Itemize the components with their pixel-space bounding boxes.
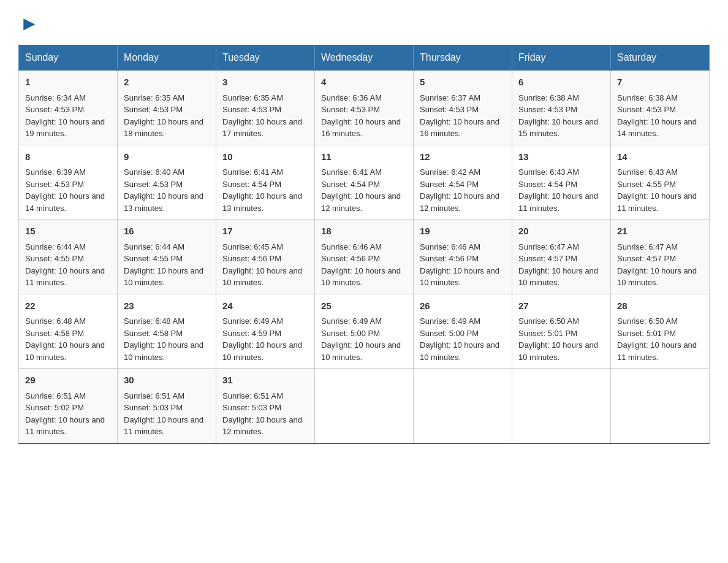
daylight-label: Daylight: 10 hours and 15 minutes. xyxy=(518,117,598,139)
sunset-label: Sunset: 4:53 PM xyxy=(222,105,281,114)
sunrise-label: Sunrise: 6:40 AM xyxy=(124,167,184,177)
daylight-label: Daylight: 10 hours and 12 minutes. xyxy=(420,191,499,213)
daylight-label: Daylight: 10 hours and 11 minutes. xyxy=(518,191,598,213)
sunset-label: Sunset: 5:00 PM xyxy=(321,329,380,338)
calendar-day-cell: 3Sunrise: 6:35 AMSunset: 4:53 PMDaylight… xyxy=(216,70,315,145)
calendar-week-row: 22Sunrise: 6:48 AMSunset: 4:58 PMDayligh… xyxy=(19,294,710,369)
sunrise-label: Sunrise: 6:46 AM xyxy=(321,242,382,251)
sunrise-label: Sunrise: 6:44 AM xyxy=(124,242,184,251)
sunset-label: Sunset: 4:56 PM xyxy=(420,254,479,263)
calendar-week-row: 8Sunrise: 6:39 AMSunset: 4:53 PMDaylight… xyxy=(19,145,710,220)
calendar-day-cell: 24Sunrise: 6:49 AMSunset: 4:59 PMDayligh… xyxy=(216,294,315,369)
logo: ► xyxy=(18,12,39,33)
sunrise-label: Sunrise: 6:38 AM xyxy=(617,93,678,102)
calendar-day-cell: 22Sunrise: 6:48 AMSunset: 4:58 PMDayligh… xyxy=(19,294,118,369)
day-number: 19 xyxy=(420,224,506,239)
sunrise-label: Sunrise: 6:50 AM xyxy=(518,316,579,326)
daylight-label: Daylight: 10 hours and 11 minutes. xyxy=(617,340,697,362)
daylight-label: Daylight: 10 hours and 10 minutes. xyxy=(25,340,105,362)
sunrise-label: Sunrise: 6:35 AM xyxy=(222,93,283,102)
daylight-label: Daylight: 10 hours and 10 minutes. xyxy=(222,266,302,288)
daylight-label: Daylight: 10 hours and 11 minutes. xyxy=(25,415,105,437)
calendar-day-cell: 17Sunrise: 6:45 AMSunset: 4:56 PMDayligh… xyxy=(216,220,315,294)
sunrise-label: Sunrise: 6:39 AM xyxy=(25,167,86,177)
day-number: 12 xyxy=(420,150,506,164)
sunset-label: Sunset: 5:01 PM xyxy=(518,329,577,338)
calendar-week-row: 15Sunrise: 6:44 AMSunset: 4:55 PMDayligh… xyxy=(19,220,710,294)
calendar-day-cell: 5Sunrise: 6:37 AMSunset: 4:53 PMDaylight… xyxy=(414,70,512,145)
sunset-label: Sunset: 4:54 PM xyxy=(222,180,281,189)
sunrise-label: Sunrise: 6:47 AM xyxy=(617,242,678,251)
day-number: 13 xyxy=(518,150,604,164)
sunset-label: Sunset: 4:54 PM xyxy=(420,180,479,189)
calendar-day-cell: 6Sunrise: 6:38 AMSunset: 4:53 PMDaylight… xyxy=(512,70,611,145)
sunrise-label: Sunrise: 6:34 AM xyxy=(25,93,86,102)
day-number: 3 xyxy=(222,75,308,90)
calendar-day-cell: 30Sunrise: 6:51 AMSunset: 5:03 PMDayligh… xyxy=(118,369,216,443)
sunrise-label: Sunrise: 6:47 AM xyxy=(518,242,579,251)
sunrise-label: Sunrise: 6:49 AM xyxy=(420,316,480,326)
calendar-table: SundayMondayTuesdayWednesdayThursdayFrid… xyxy=(18,45,710,444)
calendar-day-cell: 4Sunrise: 6:36 AMSunset: 4:53 PMDaylight… xyxy=(315,70,414,145)
sunset-label: Sunset: 4:53 PM xyxy=(25,105,84,114)
sunset-label: Sunset: 5:01 PM xyxy=(617,329,676,338)
sunset-label: Sunset: 5:00 PM xyxy=(420,329,479,338)
sunset-label: Sunset: 4:53 PM xyxy=(518,105,577,114)
calendar-day-cell: 19Sunrise: 6:46 AMSunset: 4:56 PMDayligh… xyxy=(414,220,512,294)
day-number: 27 xyxy=(518,299,604,313)
sunrise-label: Sunrise: 6:51 AM xyxy=(124,391,184,400)
sunrise-label: Sunrise: 6:48 AM xyxy=(124,316,184,326)
day-number: 6 xyxy=(518,75,604,90)
daylight-label: Daylight: 10 hours and 10 minutes. xyxy=(321,340,401,362)
sunset-label: Sunset: 4:56 PM xyxy=(222,254,281,263)
logo-text: ► xyxy=(18,12,39,35)
daylight-label: Daylight: 10 hours and 10 minutes. xyxy=(518,340,598,362)
day-number: 18 xyxy=(321,224,407,239)
sunset-label: Sunset: 4:59 PM xyxy=(222,329,281,338)
calendar-day-cell: 23Sunrise: 6:48 AMSunset: 4:58 PMDayligh… xyxy=(118,294,216,369)
calendar-day-cell: 28Sunrise: 6:50 AMSunset: 5:01 PMDayligh… xyxy=(611,294,710,369)
calendar-day-cell xyxy=(414,369,512,443)
daylight-label: Daylight: 10 hours and 14 minutes. xyxy=(617,117,697,139)
calendar-day-cell: 25Sunrise: 6:49 AMSunset: 5:00 PMDayligh… xyxy=(315,294,414,369)
daylight-label: Daylight: 10 hours and 10 minutes. xyxy=(617,266,697,288)
weekday-header-thursday: Thursday xyxy=(414,45,512,70)
weekday-header-wednesday: Wednesday xyxy=(315,45,414,70)
sunrise-label: Sunrise: 6:48 AM xyxy=(25,316,86,326)
sunrise-label: Sunrise: 6:49 AM xyxy=(222,316,283,326)
day-number: 21 xyxy=(617,224,703,239)
calendar-header-row: SundayMondayTuesdayWednesdayThursdayFrid… xyxy=(19,45,710,70)
day-number: 5 xyxy=(420,75,506,90)
sunset-label: Sunset: 5:03 PM xyxy=(222,403,281,412)
sunset-label: Sunset: 4:55 PM xyxy=(25,254,84,263)
sunset-label: Sunset: 4:53 PM xyxy=(321,105,380,114)
daylight-label: Daylight: 10 hours and 14 minutes. xyxy=(25,191,105,213)
sunrise-label: Sunrise: 6:43 AM xyxy=(617,167,678,177)
sunset-label: Sunset: 4:53 PM xyxy=(25,180,84,189)
day-number: 28 xyxy=(617,299,703,313)
day-number: 25 xyxy=(321,299,407,313)
logo-arrow-icon: ► xyxy=(20,12,39,35)
calendar-week-row: 29Sunrise: 6:51 AMSunset: 5:02 PMDayligh… xyxy=(19,369,710,443)
sunset-label: Sunset: 4:54 PM xyxy=(518,180,577,189)
day-number: 11 xyxy=(321,150,407,164)
day-number: 7 xyxy=(617,75,703,90)
weekday-header-sunday: Sunday xyxy=(19,45,118,70)
sunrise-label: Sunrise: 6:38 AM xyxy=(518,93,579,102)
calendar-day-cell: 7Sunrise: 6:38 AMSunset: 4:53 PMDaylight… xyxy=(611,70,710,145)
day-number: 22 xyxy=(25,299,111,313)
sunrise-label: Sunrise: 6:42 AM xyxy=(420,167,480,177)
day-number: 20 xyxy=(518,224,604,239)
sunset-label: Sunset: 4:55 PM xyxy=(617,180,676,189)
calendar-week-row: 1Sunrise: 6:34 AMSunset: 4:53 PMDaylight… xyxy=(19,70,710,145)
calendar-day-cell xyxy=(512,369,611,443)
sunset-label: Sunset: 4:55 PM xyxy=(124,254,183,263)
daylight-label: Daylight: 10 hours and 10 minutes. xyxy=(518,266,598,288)
calendar-day-cell: 13Sunrise: 6:43 AMSunset: 4:54 PMDayligh… xyxy=(512,145,611,220)
day-number: 9 xyxy=(124,150,210,164)
sunrise-label: Sunrise: 6:41 AM xyxy=(321,167,382,177)
page-header: ► xyxy=(18,12,710,33)
weekday-header-saturday: Saturday xyxy=(611,45,710,70)
sunset-label: Sunset: 4:53 PM xyxy=(617,105,676,114)
day-number: 10 xyxy=(222,150,308,164)
